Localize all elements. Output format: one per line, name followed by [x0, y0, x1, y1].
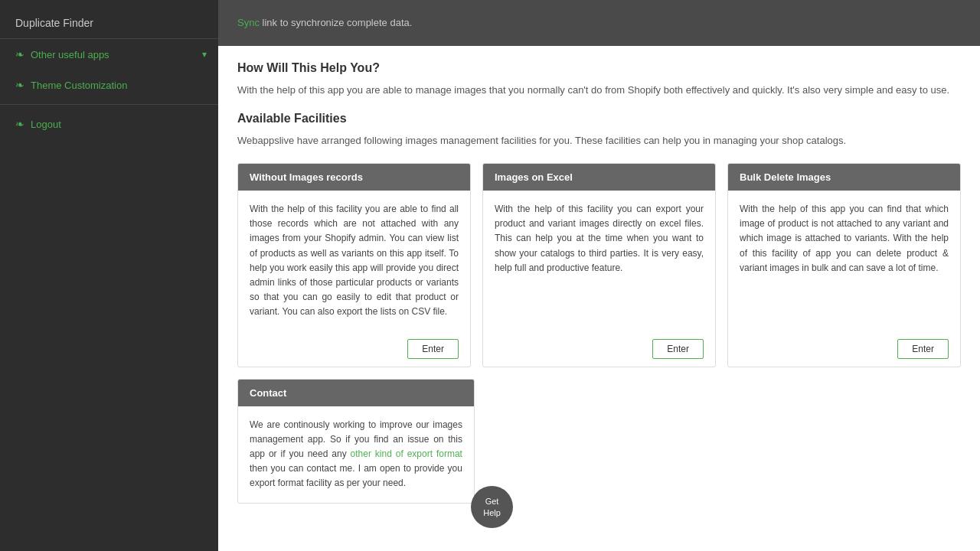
notice-text: link to synchronize complete data.: [260, 17, 412, 28]
sidebar: Duplicate Finder ❧ Other useful apps ▾ ❧…: [0, 0, 218, 551]
card-bulk-delete-body: With the help of this app you can find t…: [728, 191, 960, 331]
card-without-images-footer: Enter: [238, 331, 470, 367]
card-images-on-excel-body: With the help of this facility you can e…: [483, 191, 715, 331]
sidebar-item-other-useful-apps[interactable]: ❧ Other useful apps ▾: [0, 39, 218, 70]
notice-bar: Sync link to synchronize complete data.: [218, 0, 980, 46]
sidebar-divider: [0, 104, 218, 105]
sidebar-item-logout[interactable]: ❧ Logout: [0, 109, 218, 139]
contact-export-link[interactable]: other kind of export format: [351, 448, 462, 459]
contact-card: Contact We are continously working to im…: [237, 379, 475, 504]
main-content: Sync link to synchronize complete data. …: [218, 0, 980, 551]
cards-row: Without Images records With the help of …: [237, 163, 961, 367]
card-bulk-delete-header: Bulk Delete Images: [728, 164, 960, 191]
card-without-images-enter-button[interactable]: Enter: [407, 339, 459, 359]
card-without-images-body: With the help of this facility you are a…: [238, 191, 470, 331]
content-area: How Will This Help You? With the help of…: [218, 46, 980, 519]
how-help-title: How Will This Help You?: [237, 61, 961, 75]
card-bulk-delete-footer: Enter: [728, 331, 960, 367]
logout-icon: ❧: [15, 118, 24, 130]
available-facilities-title: Available Facilities: [237, 112, 961, 126]
help-line2: Help: [483, 507, 501, 518]
sidebar-title: Duplicate Finder: [0, 8, 218, 39]
card-images-on-excel-enter-button[interactable]: Enter: [652, 339, 704, 359]
contact-text-after: then you can contact me. I am open to pr…: [250, 463, 462, 488]
card-bulk-delete: Bulk Delete Images With the help of this…: [727, 163, 961, 367]
how-help-desc: With the help of this app you are able t…: [237, 83, 961, 99]
available-facilities-desc: Webappslive have arranged following imag…: [237, 133, 961, 149]
card-without-images-header: Without Images records: [238, 164, 470, 191]
other-useful-apps-icon: ❧: [15, 48, 24, 60]
sidebar-item-label: Other useful apps: [31, 49, 109, 60]
contact-card-header: Contact: [238, 380, 474, 406]
card-images-on-excel-header: Images on Excel: [483, 164, 715, 191]
card-images-on-excel: Images on Excel With the help of this fa…: [482, 163, 716, 367]
contact-card-body: We are continously working to improve ou…: [238, 406, 474, 503]
sidebar-item-label: Theme Customization: [31, 80, 127, 91]
sidebar-item-label: Logout: [31, 119, 61, 130]
card-bulk-delete-enter-button[interactable]: Enter: [897, 339, 949, 359]
get-help-button[interactable]: Get Help: [471, 486, 513, 528]
sidebar-item-theme-customization[interactable]: ❧ Theme Customization: [0, 70, 218, 100]
card-images-on-excel-footer: Enter: [483, 331, 715, 367]
sync-link[interactable]: Sync: [237, 17, 260, 28]
theme-customization-icon: ❧: [15, 79, 24, 91]
chevron-down-icon: ▾: [202, 49, 207, 60]
card-without-images: Without Images records With the help of …: [237, 163, 471, 367]
help-line1: Get: [485, 496, 499, 507]
